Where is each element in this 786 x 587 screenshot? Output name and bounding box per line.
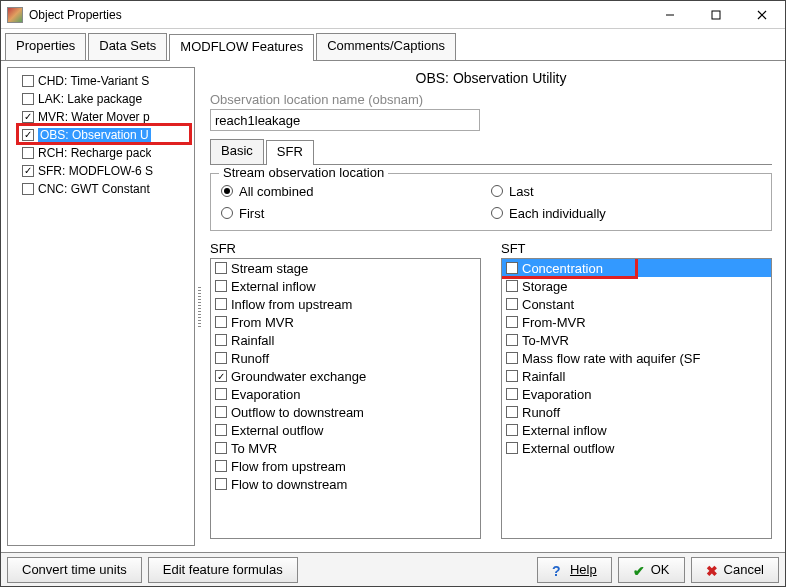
checkbox-icon[interactable]	[506, 370, 518, 382]
help-button[interactable]: ? Help	[537, 557, 612, 583]
list-item-label: Runoff	[231, 351, 269, 366]
help-icon: ?	[552, 563, 566, 577]
list-item[interactable]: Flow from upstream	[211, 457, 480, 475]
convert-time-units-button[interactable]: Convert time units	[7, 557, 142, 583]
list-item[interactable]: Stream stage	[211, 259, 480, 277]
checkbox-icon[interactable]	[215, 370, 227, 382]
list-item[interactable]: Constant	[502, 295, 771, 313]
list-item[interactable]: Concentration	[502, 259, 771, 277]
checkbox-icon[interactable]	[215, 406, 227, 418]
checkbox-icon[interactable]	[215, 298, 227, 310]
checkbox-icon[interactable]	[22, 165, 34, 177]
list-item-label: Groundwater exchange	[231, 369, 366, 384]
radio-last[interactable]: Last	[491, 180, 761, 202]
tree-item[interactable]: SFR: MODFLOW-6 S	[8, 162, 194, 180]
checkbox-icon[interactable]	[506, 298, 518, 310]
checkbox-icon[interactable]	[506, 280, 518, 292]
list-item[interactable]: External outflow	[502, 439, 771, 457]
tree-item[interactable]: RCH: Recharge pack	[8, 144, 194, 162]
list-item-label: Rainfall	[231, 333, 274, 348]
subtab-basic[interactable]: Basic	[210, 139, 264, 164]
checkbox-icon[interactable]	[22, 111, 34, 123]
ok-button[interactable]: ✔ OK	[618, 557, 685, 583]
close-button[interactable]	[739, 1, 785, 28]
checkbox-icon[interactable]	[506, 262, 518, 274]
checkbox-icon[interactable]	[22, 183, 34, 195]
list-item[interactable]: Storage	[502, 277, 771, 295]
list-item[interactable]: Evaporation	[211, 385, 480, 403]
checkbox-icon[interactable]	[506, 406, 518, 418]
sft-column: SFT ConcentrationStorageConstantFrom-MVR…	[501, 241, 772, 539]
edit-feature-formulas-button[interactable]: Edit feature formulas	[148, 557, 298, 583]
feature-tree[interactable]: CHD: Time-Variant SLAK: Lake packageMVR:…	[7, 67, 195, 546]
radio-label: All combined	[239, 184, 313, 199]
checkbox-icon[interactable]	[215, 442, 227, 454]
maximize-button[interactable]	[693, 1, 739, 28]
tree-item[interactable]: CHD: Time-Variant S	[8, 72, 194, 90]
list-item[interactable]: Runoff	[211, 349, 480, 367]
subtab-sfr[interactable]: SFR	[266, 140, 314, 165]
list-item[interactable]: External outflow	[211, 421, 480, 439]
list-item[interactable]: Runoff	[502, 403, 771, 421]
list-item[interactable]: To MVR	[211, 439, 480, 457]
tree-item[interactable]: MVR: Water Mover p	[8, 108, 194, 126]
minimize-button[interactable]	[647, 1, 693, 28]
tab-modflow-features[interactable]: MODFLOW Features	[169, 34, 314, 61]
checkbox-icon[interactable]	[506, 316, 518, 328]
tree-item[interactable]: OBS: Observation U	[8, 126, 194, 144]
list-item-label: Flow from upstream	[231, 459, 346, 474]
list-item[interactable]: To-MVR	[502, 331, 771, 349]
sft-listbox[interactable]: ConcentrationStorageConstantFrom-MVRTo-M…	[501, 258, 772, 539]
list-item[interactable]: Evaporation	[502, 385, 771, 403]
radio-all-combined[interactable]: All combined	[221, 180, 491, 202]
checkbox-icon[interactable]	[215, 280, 227, 292]
list-item[interactable]: External inflow	[502, 421, 771, 439]
checkbox-icon[interactable]	[215, 334, 227, 346]
radio-icon	[221, 185, 233, 197]
checkbox-icon[interactable]	[506, 388, 518, 400]
list-item[interactable]: Mass flow rate with aquifer (SF	[502, 349, 771, 367]
checkbox-icon[interactable]	[215, 352, 227, 364]
checkbox-icon[interactable]	[215, 388, 227, 400]
svg-rect-1	[712, 11, 720, 19]
list-item[interactable]: Rainfall	[211, 331, 480, 349]
sfr-listbox[interactable]: Stream stageExternal inflowInflow from u…	[210, 258, 481, 539]
tab-data-sets[interactable]: Data Sets	[88, 33, 167, 60]
list-item-label: Stream stage	[231, 261, 308, 276]
list-item-label: Mass flow rate with aquifer (SF	[522, 351, 700, 366]
page-title: OBS: Observation Utility	[210, 68, 772, 92]
list-item[interactable]: Flow to downstream	[211, 475, 480, 493]
obsnam-input[interactable]	[210, 109, 480, 131]
checkbox-icon[interactable]	[22, 129, 34, 141]
checkbox-icon[interactable]	[215, 460, 227, 472]
list-item[interactable]: Inflow from upstream	[211, 295, 480, 313]
app-icon	[7, 7, 23, 23]
tab-comments-captions[interactable]: Comments/Captions	[316, 33, 456, 60]
list-item[interactable]: Groundwater exchange	[211, 367, 480, 385]
checkbox-icon[interactable]	[22, 75, 34, 87]
checkbox-icon[interactable]	[22, 93, 34, 105]
list-item[interactable]: Rainfall	[502, 367, 771, 385]
checkbox-icon[interactable]	[215, 424, 227, 436]
list-item[interactable]: External inflow	[211, 277, 480, 295]
cancel-button[interactable]: ✖ Cancel	[691, 557, 779, 583]
tab-properties[interactable]: Properties	[5, 33, 86, 60]
checkbox-icon[interactable]	[506, 424, 518, 436]
tree-item[interactable]: LAK: Lake package	[8, 90, 194, 108]
checkbox-icon[interactable]	[506, 352, 518, 364]
list-item[interactable]: From-MVR	[502, 313, 771, 331]
checkbox-icon[interactable]	[215, 316, 227, 328]
list-item[interactable]: Outflow to downstream	[211, 403, 480, 421]
tree-item[interactable]: CNC: GWT Constant	[8, 180, 194, 198]
checkbox-icon[interactable]	[215, 478, 227, 490]
checkbox-icon[interactable]	[506, 442, 518, 454]
radio-each-individually[interactable]: Each individually	[491, 202, 761, 224]
list-item-label: To-MVR	[522, 333, 569, 348]
checkbox-icon[interactable]	[506, 334, 518, 346]
list-item-label: Concentration	[522, 261, 603, 276]
splitter[interactable]	[195, 67, 203, 546]
list-item[interactable]: From MVR	[211, 313, 480, 331]
checkbox-icon[interactable]	[22, 147, 34, 159]
radio-first[interactable]: First	[221, 202, 491, 224]
checkbox-icon[interactable]	[215, 262, 227, 274]
